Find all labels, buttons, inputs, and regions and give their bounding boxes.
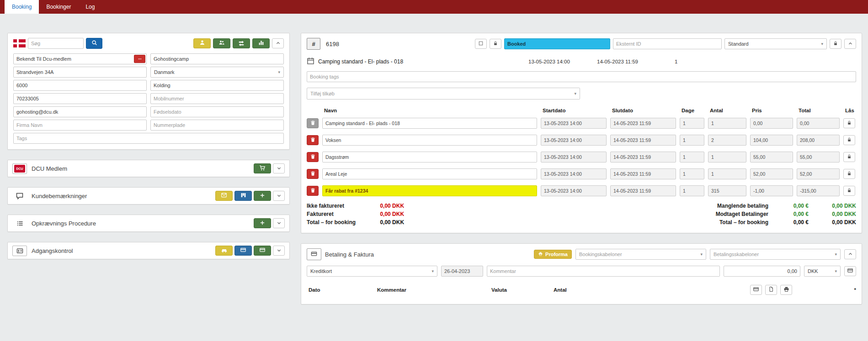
row-end-field[interactable]: [610, 168, 676, 179]
transfer-button[interactable]: [233, 38, 250, 48]
notes-expand-button[interactable]: [273, 191, 285, 201]
tab-booking[interactable]: Booking: [5, 0, 39, 14]
camp-name-field[interactable]: [150, 53, 284, 64]
payment-card-button[interactable]: [307, 248, 321, 260]
row-start-field[interactable]: [541, 168, 607, 179]
booking-lock-button[interactable]: [490, 39, 501, 49]
access-car-button[interactable]: [215, 246, 233, 256]
company-field[interactable]: [13, 120, 147, 131]
row-total-field[interactable]: [797, 118, 840, 129]
payment-document-button[interactable]: [765, 285, 777, 295]
notes-mail-button[interactable]: [215, 191, 233, 201]
row-name-field[interactable]: [322, 168, 537, 179]
booking-status-field[interactable]: [504, 38, 610, 49]
delete-row-button[interactable]: [307, 135, 319, 145]
payment-export-button[interactable]: [750, 285, 762, 295]
row-days-field[interactable]: [680, 135, 704, 146]
add-payment-button[interactable]: [844, 266, 856, 276]
row-qty-field[interactable]: [708, 168, 746, 179]
row-name-field[interactable]: [322, 118, 537, 129]
row-price-field[interactable]: [750, 152, 793, 163]
row-start-field[interactable]: [541, 135, 607, 146]
row-end-field[interactable]: [610, 135, 676, 146]
row-start-field[interactable]: [541, 118, 607, 129]
row-price-field[interactable]: [750, 135, 793, 146]
row-qty-field[interactable]: [708, 152, 746, 163]
payment-date-field[interactable]: [441, 266, 483, 277]
booking-lock-toggle-button[interactable]: [830, 39, 841, 49]
booking-number-button[interactable]: #: [307, 38, 320, 50]
payment-amount-field[interactable]: [724, 266, 800, 277]
search-button[interactable]: [86, 38, 102, 49]
payment-print-button[interactable]: [780, 285, 792, 295]
phone-field[interactable]: [13, 93, 147, 104]
plate-field[interactable]: [150, 120, 284, 131]
tab-log[interactable]: Log: [78, 0, 102, 14]
booking-tags-field[interactable]: [307, 71, 856, 82]
row-name-field[interactable]: [322, 152, 537, 163]
row-qty-field[interactable]: [708, 118, 746, 129]
row-days-field[interactable]: [680, 168, 704, 179]
row-end-field[interactable]: [610, 152, 676, 163]
row-name-field[interactable]: [322, 135, 537, 146]
notes-add-button[interactable]: [254, 191, 271, 201]
customer-tags-field[interactable]: [13, 133, 284, 144]
delete-row-button[interactable]: [307, 152, 319, 162]
row-days-field[interactable]: [680, 185, 704, 196]
city-field[interactable]: [150, 80, 284, 91]
payment-collapse-button[interactable]: [844, 249, 856, 259]
row-start-field[interactable]: [541, 185, 607, 196]
payment-comment-field[interactable]: [487, 266, 720, 277]
delete-row-button[interactable]: [307, 118, 319, 128]
booking-collapse-button[interactable]: [844, 39, 856, 49]
row-days-field[interactable]: [680, 152, 704, 163]
row-lock-button[interactable]: [843, 169, 855, 179]
booking-checkbox-button[interactable]: [475, 39, 487, 49]
email-field[interactable]: [13, 106, 147, 117]
search-input[interactable]: [28, 38, 84, 49]
payment-templates-select[interactable]: Betalingsskabeloner ▾: [710, 249, 841, 260]
billing-add-button[interactable]: [254, 218, 271, 228]
row-lock-button[interactable]: [843, 118, 855, 128]
group-button[interactable]: [213, 38, 230, 48]
row-total-field[interactable]: [797, 152, 840, 163]
proforma-button[interactable]: Proforma: [534, 250, 572, 259]
dcu-expand-button[interactable]: [273, 163, 285, 173]
row-price-field[interactable]: [750, 118, 793, 129]
row-name-field[interactable]: [322, 185, 537, 196]
stats-button[interactable]: [252, 38, 270, 48]
booking-templates-select[interactable]: Bookingskabeloner ▾: [575, 249, 706, 260]
delete-row-button[interactable]: [307, 186, 319, 196]
access-card-button[interactable]: [234, 246, 252, 256]
person-button[interactable]: [193, 38, 211, 48]
country-select[interactable]: Danmark ▾: [150, 67, 284, 78]
dcu-cart-button[interactable]: [254, 163, 271, 173]
zip-field[interactable]: [13, 80, 147, 91]
access-cards-button[interactable]: [254, 246, 271, 256]
row-qty-field[interactable]: [708, 135, 746, 146]
row-start-field[interactable]: [541, 152, 607, 163]
billing-expand-button[interactable]: [273, 218, 285, 228]
row-total-field[interactable]: [797, 185, 840, 196]
customer-collapse-button[interactable]: [272, 38, 284, 48]
customer-name-field[interactable]: [13, 53, 147, 64]
access-expand-button[interactable]: [273, 246, 285, 256]
row-total-field[interactable]: [797, 135, 840, 146]
notes-board-button[interactable]: [234, 191, 252, 201]
row-lock-button[interactable]: [843, 135, 855, 145]
customer-lookup-button[interactable]: [134, 55, 145, 63]
addon-select[interactable]: Tilføj tilkøb ▾: [307, 88, 580, 100]
tab-bookinger[interactable]: Bookinger: [39, 0, 78, 14]
delete-row-button[interactable]: [307, 169, 319, 179]
row-end-field[interactable]: [610, 118, 676, 129]
row-price-field[interactable]: [750, 185, 793, 196]
external-id-field[interactable]: [613, 38, 722, 49]
row-end-field[interactable]: [610, 185, 676, 196]
row-qty-field[interactable]: [708, 185, 746, 196]
row-lock-button[interactable]: [843, 186, 855, 196]
payment-method-select[interactable]: Kreditkort ▾: [307, 266, 437, 277]
address-field[interactable]: [13, 67, 147, 78]
row-total-field[interactable]: [797, 168, 840, 179]
row-lock-button[interactable]: [843, 152, 855, 162]
birthdate-field[interactable]: [150, 106, 284, 117]
